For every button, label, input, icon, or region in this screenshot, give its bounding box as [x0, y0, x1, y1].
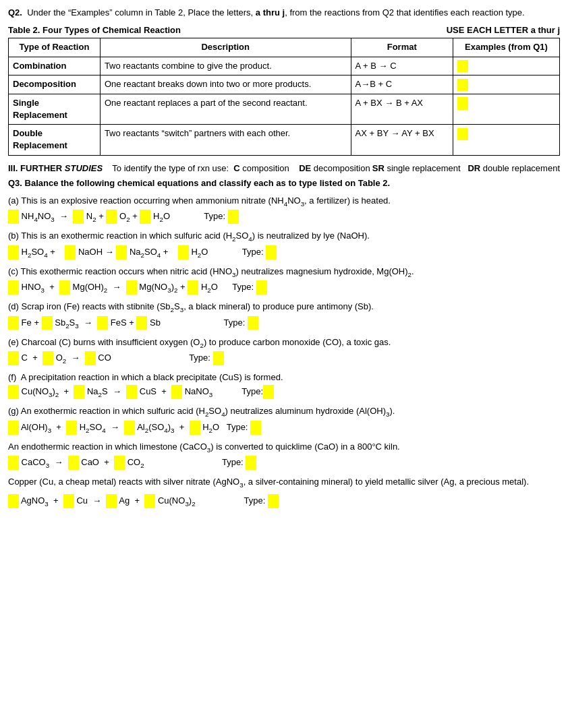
blank-h3[interactable]: [114, 456, 125, 470]
part-g-equation: Al(OH)3 + H2SO4 → Al2(SO4)3 + H2O Type:: [8, 421, 560, 435]
blank-a1[interactable]: [8, 210, 19, 224]
blank-f3[interactable]: [126, 385, 137, 399]
q2-text: Q2. Under the “Examples” column in Table…: [8, 7, 560, 19]
blank-i2[interactable]: [63, 494, 74, 508]
blank-d3[interactable]: [97, 316, 108, 330]
format-decomposition: A→B + C: [351, 75, 453, 94]
blank-b1[interactable]: [8, 245, 19, 260]
desc-decomposition: One reactant breaks down into two or mor…: [100, 75, 351, 94]
desc-combination: Two reactants combine to give the produc…: [100, 57, 351, 75]
blank-a-type[interactable]: [228, 210, 239, 224]
blank-h1[interactable]: [8, 456, 19, 470]
blank-i3[interactable]: [106, 494, 117, 508]
type-decomposition: Decomposition: [9, 75, 101, 94]
sr-label: SR: [372, 163, 385, 173]
part-c-equation: HNO3 + Mg(OH)2 → Mg(NO3)2 + H2O Type:: [8, 280, 560, 295]
example-single-replacement[interactable]: [453, 94, 559, 124]
reaction-table: Type of Reaction Description Format Exam…: [8, 38, 560, 155]
table-title: Table 2. Four Types of Chemical Reaction: [8, 24, 181, 36]
part-e-equation: C + O2 → CO Type:: [8, 351, 560, 366]
blank-c1[interactable]: [8, 280, 19, 295]
part-e-desc: (e) Charcoal (C) burns with insufficient…: [8, 336, 560, 350]
example-combination[interactable]: [453, 57, 559, 75]
blank-c2[interactable]: [59, 280, 70, 295]
blank-b-type[interactable]: [266, 245, 277, 260]
blank-i4[interactable]: [144, 494, 155, 508]
further-studies-block: III. FURTHER STUDIES To identify the typ…: [8, 162, 560, 175]
col-type: Type of Reaction: [9, 38, 101, 57]
part-g-desc: (g) An exothermic reaction in which sulf…: [8, 405, 560, 419]
blank-d1[interactable]: [8, 316, 19, 330]
row-decomposition: Decomposition One reactant breaks down i…: [9, 75, 560, 94]
blank-c4[interactable]: [188, 280, 198, 295]
q3-intro: Q3. Balance the following chemical equat…: [8, 177, 560, 189]
table-header-row: Type of Reaction Description Format Exam…: [9, 38, 560, 57]
use-each-label: USE EACH LETTER a thur j: [447, 24, 560, 36]
part-a-equation: NH4NO3 → N2 + O2 + H2O Type:: [8, 210, 560, 224]
blank-a2[interactable]: [73, 210, 84, 224]
blank-a3[interactable]: [106, 210, 117, 224]
blank-g4[interactable]: [190, 421, 200, 435]
blank-g2[interactable]: [66, 421, 77, 435]
table-title-row: Table 2. Four Types of Chemical Reaction…: [8, 24, 560, 36]
part-a-desc: (a) This is an explosive reaction occurr…: [8, 195, 560, 208]
c-label: C: [233, 163, 239, 173]
blank-i1[interactable]: [8, 494, 19, 508]
blank-combination[interactable]: [457, 60, 468, 72]
blank-g1[interactable]: [8, 421, 19, 435]
row-combination: Combination Two reactants combine to giv…: [9, 57, 560, 75]
blank-d-type[interactable]: [248, 316, 258, 330]
blank-c-type[interactable]: [256, 280, 267, 295]
blank-decomposition[interactable]: [457, 79, 468, 91]
blank-f1[interactable]: [8, 385, 19, 399]
col-description: Description: [100, 38, 351, 57]
row-single-replacement: SingleReplacement One reactant replaces …: [9, 94, 560, 124]
dr-label: DR: [467, 163, 480, 173]
type-single-replacement: SingleReplacement: [9, 94, 101, 124]
q2-label: Q2.: [8, 7, 22, 18]
blank-f2[interactable]: [74, 385, 84, 399]
blank-a4[interactable]: [140, 210, 150, 224]
blank-b4[interactable]: [178, 245, 189, 260]
blank-d2[interactable]: [42, 316, 53, 330]
further-studies-left: III. FURTHER STUDIES To identify the typ…: [8, 162, 370, 175]
type-double-replacement: DoubleReplacement: [9, 125, 101, 155]
de-label: DE: [299, 163, 311, 173]
blank-e1[interactable]: [8, 351, 19, 365]
blank-f4[interactable]: [171, 385, 182, 399]
blank-h2[interactable]: [68, 456, 79, 470]
blank-single-replacement[interactable]: [457, 97, 468, 109]
part-b-equation: H2SO4 + NaOH → Na2SO4 + H2O Type:: [8, 245, 560, 260]
col-format: Format: [351, 38, 453, 57]
further-label: III. FURTHER: [8, 163, 62, 173]
blank-c3[interactable]: [126, 280, 137, 295]
part-b-desc: (b) This is an exothermic reaction in wh…: [8, 230, 560, 243]
blank-e3[interactable]: [85, 351, 96, 365]
blank-b3[interactable]: [116, 245, 127, 260]
studies-label: STUDIES: [65, 163, 103, 173]
blank-b2[interactable]: [65, 245, 76, 260]
further-studies-right: SR single replacement DR double replacem…: [372, 162, 560, 175]
part-d-equation: Fe + Sb2S3 → FeS + Sb Type:: [8, 316, 560, 331]
blank-e2[interactable]: [42, 351, 53, 365]
blank-g3[interactable]: [124, 421, 135, 435]
part-h-desc1: An endothermic reaction in which limesto…: [8, 441, 560, 454]
format-single-replacement: A + BX → B + AX: [351, 94, 453, 124]
blank-h-type[interactable]: [246, 456, 256, 470]
part-f-desc: (f) A precipitation reaction in which a …: [8, 371, 560, 384]
blank-i-type[interactable]: [268, 494, 279, 508]
q2-section: Q2. Under the “Examples” column in Table…: [8, 7, 560, 19]
part-i-equation: AgNO3 + Cu → Ag + Cu(NO3)2 Type:: [8, 494, 560, 509]
blank-g-type[interactable]: [250, 421, 261, 435]
example-double-replacement[interactable]: [453, 125, 559, 155]
part-i-desc: Copper (Cu, a cheap metal) reacts with s…: [8, 476, 560, 489]
part-f-equation: Cu(NO3)2 + Na2S → CuS + NaNO3 Type:: [8, 385, 560, 400]
blank-e-type[interactable]: [213, 351, 224, 365]
blank-d4[interactable]: [136, 316, 147, 330]
format-combination: A + B → C: [351, 57, 453, 75]
part-c-desc: (c) This exothermic reaction occurs when…: [8, 266, 560, 279]
example-decomposition[interactable]: [453, 75, 559, 94]
blank-double-replacement[interactable]: [457, 128, 468, 140]
desc-single-replacement: One reactant replaces a part of the seco…: [100, 94, 351, 124]
blank-f-type[interactable]: [263, 385, 274, 399]
